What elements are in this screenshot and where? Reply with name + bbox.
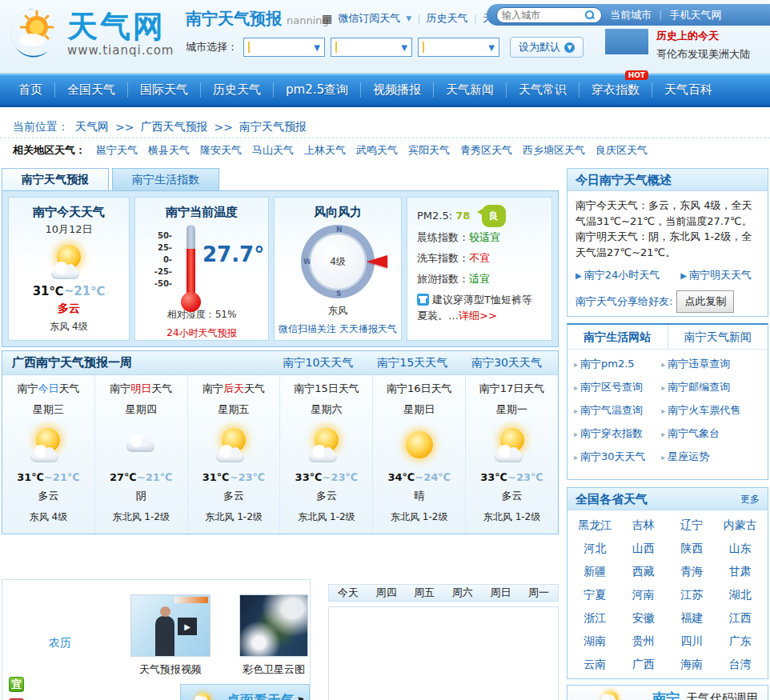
weather-video-thumbnail[interactable]: ▶	[130, 594, 211, 657]
history-today-event[interactable]: 哥伦布发现美洲大陆	[656, 47, 750, 62]
province-link[interactable]: 甘肃	[716, 565, 765, 579]
breadcrumb-link-city[interactable]: 南宁天气预报	[239, 120, 307, 134]
province-link[interactable]: 青海	[668, 565, 716, 579]
search-input[interactable]	[502, 10, 582, 21]
forecast-day-column[interactable]: 南宁15日天气 星期六 33℃~23℃ 多云 东北风 1-2级	[280, 375, 373, 534]
tab-life-index[interactable]: 南宁生活指数	[112, 168, 219, 190]
forecast-day-column[interactable]: 南宁后天天气 星期五 31℃~23℃ 多云 东北风 1-2级	[188, 375, 281, 534]
province-link[interactable]: 宁夏	[571, 588, 620, 602]
province-link[interactable]: 河北	[571, 542, 620, 556]
forecast-15day-link[interactable]: 南宁15天天气	[377, 356, 447, 370]
nav-item-international[interactable]: 国际天气	[128, 82, 201, 98]
province-link[interactable]: 内蒙古	[716, 518, 765, 533]
province-link[interactable]: 贵州	[620, 634, 668, 649]
province-link[interactable]: 广东	[716, 634, 765, 649]
wechat-scan-link[interactable]: 微信扫描关注 天天播报天气	[279, 322, 397, 336]
province-link[interactable]: 山东	[716, 542, 765, 556]
city-select[interactable]: ▼	[331, 38, 412, 57]
life-link[interactable]: ▸南宁穿衣指数	[574, 426, 661, 441]
tab-weather-forecast[interactable]: 南宁天气预报	[2, 168, 109, 190]
province-select[interactable]: ▼	[243, 38, 325, 57]
nav-item-national[interactable]: 全国天气	[55, 82, 128, 98]
hourly-forecast-link[interactable]: 24小时天气预报	[166, 326, 236, 340]
province-link[interactable]: 云南	[571, 658, 620, 672]
related-link[interactable]: 上林天气	[304, 143, 346, 158]
province-link[interactable]: 安徽	[620, 611, 668, 626]
province-link[interactable]: 台湾	[716, 658, 765, 672]
day-tab-sun[interactable]: 周日	[490, 586, 511, 600]
province-link[interactable]: 四川	[668, 634, 716, 649]
province-link[interactable]: 湖北	[716, 588, 765, 602]
forecast-10day-link[interactable]: 南宁10天天气	[283, 356, 354, 370]
desktop-weather-banner[interactable]: 桌面看天气	[180, 684, 310, 700]
related-link[interactable]: 隆安天气	[200, 143, 242, 158]
life-link[interactable]: ▸星座运势	[661, 450, 761, 464]
satellite-image-thumbnail[interactable]	[239, 594, 308, 657]
province-link[interactable]: 新疆	[571, 565, 620, 579]
search-icon[interactable]	[585, 10, 594, 19]
nav-item-history[interactable]: 历史天气	[201, 82, 274, 98]
province-link[interactable]: 福建	[668, 611, 716, 626]
nav-item-home[interactable]: 首页	[6, 82, 55, 98]
satellite-label[interactable]: 彩色卫星云图	[231, 662, 316, 677]
related-link[interactable]: 青秀区天气	[460, 143, 512, 158]
province-link[interactable]: 浙江	[571, 611, 620, 626]
current-city-link[interactable]: 当前城市	[610, 8, 652, 22]
life-link[interactable]: ▸南宁pm2.5	[574, 357, 661, 371]
mobile-site-link[interactable]: 手机天气网	[669, 8, 721, 22]
related-link[interactable]: 横县天气	[148, 143, 190, 158]
life-link[interactable]: ▸南宁邮编查询	[661, 380, 761, 394]
province-link[interactable]: 河南	[620, 588, 668, 602]
related-link[interactable]: 马山天气	[252, 143, 294, 158]
forecast-day-column[interactable]: 南宁17日天气 星期一 33℃~23℃ 多云 东北风 1-2级	[466, 375, 558, 534]
related-link[interactable]: 良庆区天气	[596, 143, 648, 158]
set-default-button[interactable]: 设为默认 ▼	[510, 37, 584, 58]
nav-item-video[interactable]: 视频播报	[361, 82, 434, 98]
related-link[interactable]: 武鸣天气	[356, 143, 398, 158]
forecast-day-column[interactable]: 南宁今日天气 星期三 31℃~21℃ 多云 东风 4级	[2, 375, 95, 534]
province-link[interactable]: 吉林	[620, 518, 668, 533]
province-link[interactable]: 江西	[716, 611, 765, 626]
related-link[interactable]: 西乡塘区天气	[523, 143, 585, 158]
nav-item-knowledge[interactable]: 天气常识	[507, 82, 580, 98]
history-today-title[interactable]: 历史上的今天	[656, 29, 750, 43]
code-widget-city[interactable]: 南宁	[652, 690, 680, 700]
life-link[interactable]: ▸南宁区号查询	[574, 380, 661, 394]
province-link[interactable]: 海南	[668, 658, 716, 672]
forecast-day-column[interactable]: 南宁16日天气 星期日 34℃~24℃ 晴 东北风 1-2级	[373, 375, 466, 534]
hourly-weather-link[interactable]: ▶南宁24小时天气	[575, 267, 660, 283]
district-select[interactable]: ▼	[418, 38, 499, 57]
forecast-day-column[interactable]: 南宁明日天气 星期四 27℃~21℃ 阴 东北风 1-2级	[95, 375, 188, 534]
life-link[interactable]: ▸南宁气象台	[661, 426, 761, 441]
tomorrow-weather-link[interactable]: ▶南宁明天天气	[680, 267, 752, 283]
life-link[interactable]: ▸南宁气温查询	[574, 403, 661, 418]
life-link[interactable]: ▸南宁违章查询	[661, 357, 761, 371]
dress-detail-link[interactable]: 详细>>	[459, 310, 497, 322]
day-tab-mon[interactable]: 周一	[528, 586, 549, 600]
breadcrumb-link-home[interactable]: 天气网	[75, 120, 109, 134]
history-weather-link[interactable]: 历史天气	[427, 11, 468, 26]
province-link[interactable]: 辽宁	[668, 518, 716, 533]
day-tab-fri[interactable]: 周五	[414, 586, 435, 600]
day-tab-thu[interactable]: 周四	[375, 586, 396, 600]
tab-life-sites[interactable]: 南宁生活网站	[567, 325, 668, 349]
forecast-30day-link[interactable]: 南宁30天天气	[471, 356, 542, 370]
province-link[interactable]: 山西	[620, 542, 668, 556]
video-label[interactable]: 天气预报视频	[122, 662, 219, 677]
life-link[interactable]: ▸南宁30天天气	[574, 450, 661, 464]
more-link[interactable]: 更多	[740, 488, 760, 510]
province-link[interactable]: 广西	[620, 658, 668, 672]
day-tab-sat[interactable]: 周六	[452, 586, 473, 600]
history-today-thumbnail[interactable]	[605, 29, 648, 54]
nav-item-news[interactable]: 天气新闻	[434, 82, 507, 98]
copy-button[interactable]: 点此复制	[676, 290, 734, 313]
day-tab-today[interactable]: 今天	[338, 586, 359, 600]
nav-item-encyclopedia[interactable]: 天气百科	[652, 82, 724, 98]
breadcrumb-link-province[interactable]: 广西天气预报	[140, 120, 207, 134]
related-link[interactable]: 邕宁天气	[96, 143, 138, 158]
tab-weather-news[interactable]: 南宁天气新闻	[668, 325, 768, 349]
province-link[interactable]: 西藏	[620, 565, 668, 579]
province-link[interactable]: 黑龙江	[571, 518, 620, 533]
play-icon[interactable]: ▶	[178, 618, 197, 635]
life-link[interactable]: ▸南宁火车票代售	[661, 403, 761, 418]
